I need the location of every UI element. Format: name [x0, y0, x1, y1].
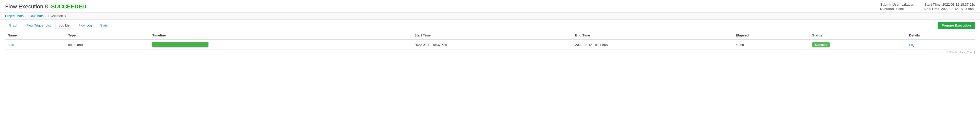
breadcrumb-sep-1: /: [25, 14, 27, 18]
tabs-group: Graph Flow Trigger List Job List Flow Lo…: [5, 22, 111, 29]
job-type-cell: command: [66, 40, 150, 50]
tab-graph[interactable]: Graph: [5, 22, 22, 29]
col-header-type: Type: [66, 32, 150, 40]
submit-user-row: Submit User azkaban: [880, 3, 914, 6]
breadcrumb-flow-link[interactable]: Flow hdfs: [29, 14, 45, 18]
table-header-row: Name Type Timeline Start Time End Time E…: [5, 32, 975, 40]
tab-flow-log[interactable]: Flow Log: [75, 22, 96, 29]
submit-user-group: Submit User azkaban Duration 4 sec: [880, 3, 914, 11]
job-elapsed-cell: 4 sec: [733, 40, 810, 50]
job-list-table: Name Type Timeline Start Time End Time E…: [5, 32, 975, 50]
job-list-table-container: Name Type Timeline Start Time End Time E…: [0, 32, 980, 50]
tab-stats[interactable]: Stats: [96, 22, 111, 29]
duration-value: 4 sec: [896, 7, 904, 11]
start-time-row: Start Time 2022-03-12 18:37 52s: [924, 3, 975, 6]
job-name-link[interactable]: hdfs: [8, 43, 14, 47]
breadcrumb-flow-label: Flow: [29, 14, 35, 18]
submit-user-label: Submit User: [880, 3, 900, 6]
timeline-bar: [152, 42, 208, 47]
footer-note: CSDN-tr | Jack_Chen |: [0, 50, 980, 55]
job-name-cell: hdfs: [5, 40, 66, 50]
header-meta: Submit User azkaban Duration 4 sec Start…: [880, 3, 975, 11]
start-time-label: Start Time: [924, 3, 940, 6]
job-end-time-cell: 2022-03-12 18:37 56s: [573, 40, 733, 50]
job-status-cell: Success: [810, 40, 907, 50]
col-header-name: Name: [5, 32, 66, 40]
breadcrumb-flow-value: hdfs: [37, 14, 44, 18]
time-group: Start Time 2022-03-12 18:37 52s End Time…: [924, 3, 975, 11]
breadcrumb-project-link[interactable]: Project hdfs: [5, 14, 24, 18]
job-timeline-cell: [150, 40, 412, 50]
table-row: hdfs command 2022-03-12 18:37 52s 2022-0…: [5, 40, 975, 50]
job-status-badge: Success: [812, 42, 830, 47]
status-badge: SUCCEEDED: [51, 3, 86, 10]
submit-user-value: azkaban: [902, 3, 914, 6]
page-header: Flow Execution 8 SUCCEEDED Submit User a…: [0, 0, 980, 13]
col-header-start-time: Start Time: [412, 32, 573, 40]
breadcrumb-sep-2: /: [46, 14, 46, 18]
col-header-status: Status: [810, 32, 907, 40]
col-header-timeline: Timeline: [150, 32, 412, 40]
breadcrumb-project-label: Project: [5, 14, 15, 18]
footer-text: CSDN-tr | Jack_Chen |: [947, 51, 975, 54]
end-time-value: 2022-03-12 18:37 56s: [941, 7, 974, 11]
end-time-label: End Time: [924, 7, 939, 11]
tabs-bar: Graph Flow Trigger List Job List Flow Lo…: [0, 20, 980, 32]
tab-flow-trigger-list[interactable]: Flow Trigger List: [22, 22, 54, 29]
timeline-bar-wrap: [152, 42, 208, 47]
job-log-link[interactable]: Log: [909, 43, 915, 47]
duration-label: Duration: [880, 7, 894, 11]
start-time-value: 2022-03-12 18:37 52s: [942, 3, 975, 6]
prepare-execution-button[interactable]: Prepare Execution: [938, 22, 975, 29]
breadcrumb-execution: Execution 8: [48, 14, 66, 18]
col-header-end-time: End Time: [573, 32, 733, 40]
end-time-row: End Time 2022-03-12 18:37 56s: [924, 7, 975, 11]
job-details-cell: Log: [907, 40, 975, 50]
page-title: Flow Execution 8 SUCCEEDED: [5, 3, 86, 10]
tab-job-list[interactable]: Job List: [55, 22, 74, 29]
duration-row: Duration 4 sec: [880, 7, 914, 11]
execution-title: Flow Execution 8: [5, 3, 48, 10]
breadcrumb: Project hdfs / Flow hdfs / Execution 8: [0, 13, 980, 20]
breadcrumb-project-value: hdfs: [18, 14, 24, 18]
col-header-details: Details: [907, 32, 975, 40]
col-header-elapsed: Elapsed: [733, 32, 810, 40]
job-start-time-cell: 2022-03-12 18:37 52s: [412, 40, 573, 50]
